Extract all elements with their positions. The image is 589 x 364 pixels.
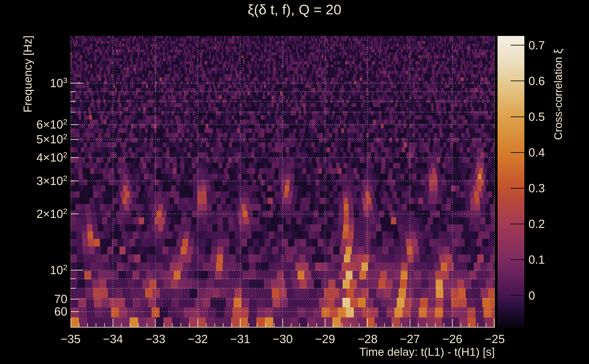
y-tick-exponent: 2: [63, 174, 67, 182]
y-tick-exponent: 2: [63, 263, 67, 272]
colorbar: [497, 36, 524, 328]
y-tick-label: 3×102: [0, 175, 67, 187]
colorbar-tick-mark: [511, 295, 524, 296]
y-axis-title: Frequency [Hz]: [21, 35, 34, 112]
y-tick-label: 6×102: [0, 118, 67, 131]
y-tick-label: 4×102: [0, 151, 67, 164]
x-tick-label: −27: [389, 333, 430, 345]
y-tick-label: 103: [0, 77, 67, 89]
x-tick-label: −31: [220, 333, 261, 345]
x-tick-label: −30: [262, 333, 303, 345]
y-tick-label: 102: [0, 264, 67, 276]
figure: ξ(δ t, f), Q = 20 Frequency [Hz] 1036×10…: [0, 0, 589, 364]
colorbar-tick-label: 0.3: [529, 182, 574, 195]
x-tick-label: −28: [347, 333, 388, 345]
colorbar-tick-mark: [511, 117, 524, 117]
colorbar-tick-mark: [511, 259, 524, 260]
colorbar-tick-label: 0: [529, 289, 574, 302]
figure-title: ξ(δ t, f), Q = 20: [0, 1, 589, 18]
colorbar-tick-mark: [511, 152, 524, 153]
y-tick-label: 5×102: [0, 133, 67, 146]
x-tick-label: −32: [177, 333, 218, 345]
x-axis-title: Time delay: t(L1) - t(H1) [s]: [244, 345, 495, 358]
x-tick-label: −34: [92, 333, 133, 345]
colorbar-tick-mark: [511, 45, 524, 46]
colorbar-tick-mark: [511, 188, 524, 188]
y-tick-exponent: 2: [63, 132, 67, 141]
colorbar-tick-mark: [511, 81, 524, 81]
x-tick-label: −25: [474, 333, 515, 345]
colorbar-title: Cross-correlation ξ: [552, 49, 564, 140]
y-tick-exponent: 3: [63, 76, 67, 85]
colorbar-tick-label: 0.7: [529, 39, 574, 52]
spectrogram-heatmap: [71, 36, 495, 328]
colorbar-tick-mark: [511, 224, 524, 224]
y-tick-exponent: 2: [63, 150, 67, 159]
colorbar-tick-label: 0.4: [529, 146, 574, 159]
x-tick-label: −26: [432, 333, 473, 345]
x-tick-label: −33: [135, 333, 176, 345]
y-tick-label: 2×102: [0, 208, 67, 220]
x-tick-label: −35: [50, 333, 91, 345]
y-tick-label: 60: [0, 305, 67, 318]
y-tick-exponent: 2: [63, 117, 67, 126]
colorbar-tick-label: 0.6: [529, 75, 574, 87]
colorbar-tick-label: 0.2: [529, 217, 574, 230]
colorbar-tick-label: 0.1: [529, 253, 574, 266]
colorbar-tick-label: 0.5: [529, 110, 574, 123]
y-tick-exponent: 2: [63, 207, 67, 215]
x-tick-label: −29: [305, 333, 346, 345]
y-tick-label: 70: [0, 292, 67, 305]
